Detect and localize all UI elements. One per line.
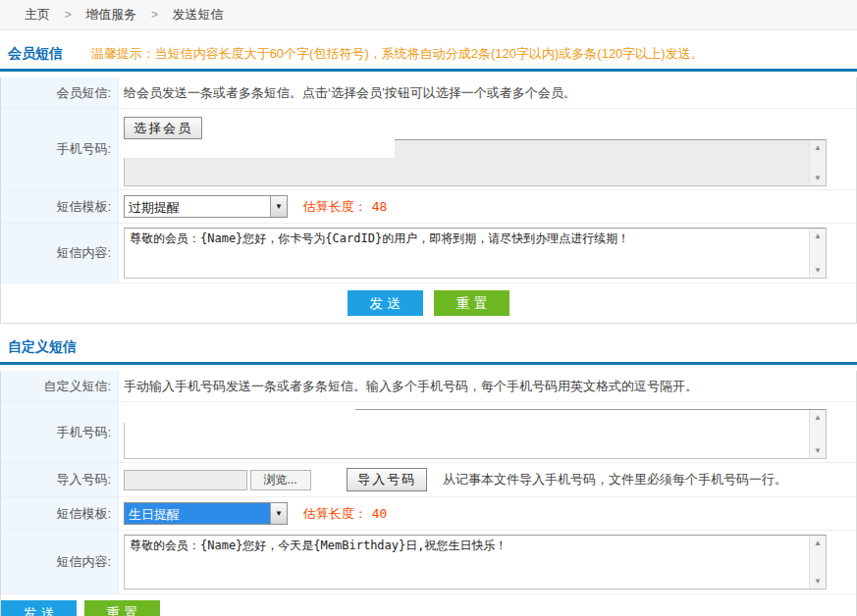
breadcrumb-home[interactable]: 主页	[25, 0, 50, 29]
member-template-selected-value: 过期提醒	[125, 196, 270, 217]
scrollbar-down-icon[interactable]: ▼	[814, 577, 822, 586]
custom-content-label: 短信内容:	[1, 531, 119, 593]
scrollbar-down-icon[interactable]: ▼	[814, 174, 822, 182]
custom-send-button[interactable]: 发 送	[1, 600, 77, 616]
member-sms-title-bar	[0, 69, 857, 72]
member-content-label: 短信内容:	[1, 224, 119, 282]
scrollbar-up-icon[interactable]: ▲	[814, 539, 822, 547]
member-sms-desc-row: 会员短信: 给会员发送一条或者多条短信。点击‘选择会员’按钮可以选择一个或者多个…	[1, 77, 856, 109]
custom-phone-scrollbar[interactable]: ▲ ▼	[809, 410, 826, 458]
member-send-button[interactable]: 发 送	[348, 290, 423, 316]
member-content-scrollbar[interactable]: ▲ ▼	[809, 229, 826, 278]
custom-template-row: 短信模板: 生日提醒 ▼ 估算长度：40	[1, 497, 856, 531]
custom-sms-desc-label: 自定义短信:	[1, 371, 119, 401]
custom-sms-title: 自定义短信	[8, 336, 77, 357]
overlay-notch	[124, 409, 355, 423]
custom-sms-desc-row: 自定义短信: 手动输入手机号码发送一条或者多条短信。输入多个手机号码，每个手机号…	[1, 371, 856, 402]
custom-template-selected-value: 生日提醒	[125, 503, 270, 524]
member-content-row: 短信内容: 尊敬的会员：{Name}您好，你卡号为{CardID}的用户，即将到…	[1, 224, 856, 283]
custom-content-value: 尊敬的会员：{Name}您好，今天是{MemBirthday}日,祝您生日快乐！	[125, 536, 809, 589]
custom-sms-title-bar	[0, 362, 857, 365]
chevron-down-icon[interactable]: ▼	[270, 196, 287, 217]
member-sms-header: 会员短信 温馨提示：当短信内容长度大于60个字(包括符号)，系统将自动分成2条(…	[0, 43, 857, 64]
scrollbar-down-icon[interactable]: ▼	[814, 266, 822, 275]
scrollbar-up-icon[interactable]: ▲	[814, 413, 822, 422]
custom-sms-form: 自定义短信: 手动输入手机号码发送一条或者多条短信。输入多个手机号码，每个手机号…	[0, 371, 857, 616]
custom-estimate: 估算长度：40	[303, 506, 388, 521]
import-row: 导入号码: 浏览... 导入号码 从记事本文件导入手机号码，文件里必须每个手机号…	[1, 463, 856, 497]
custom-content-textarea[interactable]: 尊敬的会员：{Name}您好，今天是{MemBirthday}日,祝您生日快乐！…	[124, 535, 827, 590]
breadcrumb-separator-icon: >	[65, 0, 72, 29]
custom-reset-button[interactable]: 重 置	[84, 600, 160, 616]
member-phone-textarea[interactable]: ▲ ▼	[124, 139, 827, 186]
custom-estimate-label: 估算长度：	[303, 506, 367, 521]
custom-template-label: 短信模板:	[1, 497, 119, 530]
custom-template-select[interactable]: 生日提醒 ▼	[124, 502, 288, 525]
custom-phone-row: 手机号码: ▲ ▼	[1, 402, 856, 463]
scrollbar-down-icon[interactable]: ▼	[814, 446, 822, 455]
custom-sms-header: 自定义短信	[0, 336, 857, 357]
member-template-label: 短信模板:	[1, 190, 119, 223]
member-sms-desc-label: 会员短信:	[1, 77, 119, 108]
custom-sms-desc-text: 手动输入手机号码发送一条或者多条短信。输入多个手机号码，每个手机号码用英文格式的…	[119, 371, 856, 401]
member-phone-row: 手机号码: 选择会员 ▲ ▼	[1, 109, 856, 190]
member-sms-tip: 温馨提示：当短信内容长度大于60个字(包括符号)，系统将自动分成2条(120字以…	[91, 43, 704, 64]
member-sms-title: 会员短信	[8, 43, 63, 64]
chevron-down-icon[interactable]: ▼	[270, 503, 287, 524]
import-desc-text: 从记事本文件导入手机号码，文件里必须每个手机号码一行。	[443, 472, 787, 487]
member-sms-form: 会员短信: 给会员发送一条或者多条短信。点击‘选择会员’按钮可以选择一个或者多个…	[0, 77, 857, 324]
import-label: 导入号码:	[1, 463, 119, 496]
breadcrumb: 主页 > 增值服务 > 发送短信	[0, 0, 857, 30]
overlay-notch	[124, 139, 395, 158]
custom-content-scrollbar[interactable]: ▲ ▼	[809, 536, 826, 589]
member-estimate-value: 48	[372, 199, 388, 214]
custom-estimate-value: 40	[372, 506, 388, 521]
scrollbar-up-icon[interactable]: ▲	[814, 143, 822, 152]
member-sms-desc-text: 给会员发送一条或者多条短信。点击‘选择会员’按钮可以选择一个或者多个会员。	[119, 77, 856, 108]
import-numbers-button[interactable]: 导入号码	[347, 468, 427, 491]
breadcrumb-value-added-services[interactable]: 增值服务	[85, 0, 136, 29]
custom-phone-label: 手机号码:	[1, 402, 119, 462]
member-content-value: 尊敬的会员：{Name}您好，你卡号为{CardID}的用户，即将到期，请尽快到…	[125, 229, 809, 278]
member-buttons-row: 发 送 重 置	[1, 283, 856, 323]
member-phone-scrollbar[interactable]: ▲ ▼	[809, 140, 826, 185]
breadcrumb-separator-icon: >	[151, 0, 158, 29]
breadcrumb-send-sms: 发送短信	[173, 0, 224, 29]
member-content-textarea[interactable]: 尊敬的会员：{Name}您好，你卡号为{CardID}的用户，即将到期，请尽快到…	[124, 228, 827, 279]
member-phone-label: 手机号码:	[1, 109, 119, 189]
member-estimate-label: 估算长度：	[303, 199, 367, 214]
custom-buttons-row: 发 送 重 置	[1, 594, 856, 616]
file-path-input[interactable]	[124, 470, 247, 490]
browse-button[interactable]: 浏览...	[250, 470, 311, 490]
member-estimate: 估算长度：48	[303, 199, 388, 214]
member-template-select[interactable]: 过期提醒 ▼	[124, 195, 288, 218]
custom-content-row: 短信内容: 尊敬的会员：{Name}您好，今天是{MemBirthday}日,祝…	[1, 531, 856, 594]
member-template-row: 短信模板: 过期提醒 ▼ 估算长度：48	[1, 190, 856, 224]
select-member-button[interactable]: 选择会员	[124, 117, 202, 139]
scrollbar-up-icon[interactable]: ▲	[814, 231, 822, 240]
custom-phone-textarea[interactable]: ▲ ▼	[124, 409, 827, 459]
member-reset-button[interactable]: 重 置	[434, 290, 509, 316]
